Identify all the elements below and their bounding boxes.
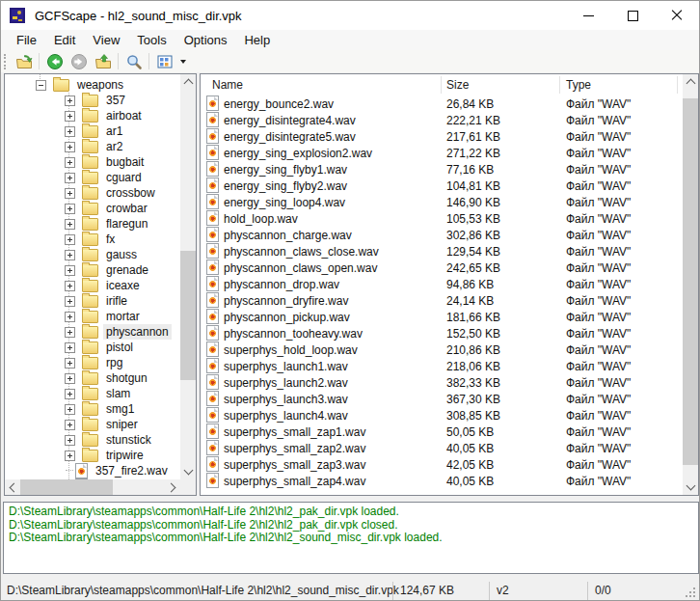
menu-item-options[interactable]: Options [175, 31, 236, 49]
file-name[interactable]: physcannon_claws_open.wav [224, 261, 377, 275]
column-divider[interactable] [441, 76, 442, 94]
expand-expander-icon[interactable] [65, 404, 75, 415]
menu-item-help[interactable]: Help [235, 31, 279, 49]
file-name[interactable]: energy_disintegrate4.wav [224, 114, 356, 127]
scroll-up-button[interactable] [180, 74, 196, 90]
tree-item-folder[interactable]: crossbow [5, 185, 180, 201]
file-name[interactable]: physcannon_charge.wav [224, 229, 352, 242]
menu-item-tools[interactable]: Tools [128, 31, 175, 49]
file-list-row[interactable]: physcannon_charge.wav 302,86 KB Файл "WA… [201, 227, 683, 243]
tree-item-label[interactable]: ar1 [103, 123, 125, 139]
tree-item-label[interactable]: flaregun [103, 216, 150, 232]
file-name[interactable]: superphys_small_zap3.wav [224, 458, 365, 472]
menu-item-edit[interactable]: Edit [45, 31, 84, 49]
file-name[interactable]: physcannon_dryfire.wav [224, 294, 348, 308]
tree-item-label[interactable]: 357_fire2.wav [93, 463, 171, 478]
tree-item-folder[interactable]: fx [5, 232, 180, 247]
tree-item-folder[interactable]: airboat [5, 108, 180, 123]
tree-item-folder[interactable]: flaregun [5, 216, 180, 232]
file-list-row[interactable]: physcannon_pickup.wav 181,66 KB Файл "WA… [201, 309, 683, 325]
file-list-row[interactable]: energy_sing_explosion2.wav 271,22 KB Фай… [201, 145, 683, 161]
tree-item-label[interactable]: bugbait [103, 154, 147, 170]
tree-item-folder[interactable]: mortar [5, 309, 180, 324]
file-list-row[interactable]: superphys_small_zap4.wav 40,05 KB Файл "… [201, 473, 683, 489]
file-name[interactable]: energy_sing_flyby2.wav [224, 179, 347, 193]
tree-item-label[interactable]: iceaxe [103, 278, 143, 293]
views-button[interactable] [152, 51, 176, 72]
tree-item-label[interactable]: cguard [103, 170, 145, 185]
scroll-left-button[interactable] [5, 479, 20, 495]
column-divider[interactable] [559, 76, 560, 94]
expand-expander-icon[interactable] [65, 142, 75, 152]
file-list-row[interactable]: physcannon_claws_close.wav 129,54 KB Фай… [201, 243, 683, 260]
tree-item-folder[interactable]: grenade [5, 262, 180, 278]
expand-expander-icon[interactable] [65, 234, 75, 245]
tree-item-folder[interactable]: ar2 [5, 139, 180, 154]
tree-item-folder[interactable]: bugbait [5, 154, 180, 170]
tree-item-label[interactable]: pistol [103, 340, 136, 355]
tree-item-root[interactable]: weapons [5, 77, 180, 93]
expand-expander-icon[interactable] [65, 204, 75, 214]
expand-expander-icon[interactable] [65, 296, 75, 307]
tree-item-folder[interactable]: crowbar [5, 201, 180, 216]
expand-expander-icon[interactable] [65, 219, 75, 230]
tree-item-label[interactable]: weapons [74, 77, 126, 93]
file-list-row[interactable]: physcannon_claws_open.wav 242,65 KB Файл… [201, 260, 683, 276]
file-name[interactable]: energy_bounce2.wav [224, 97, 334, 111]
tree-item-folder[interactable]: 357 [5, 93, 180, 108]
expand-expander-icon[interactable] [65, 111, 75, 122]
expand-expander-icon[interactable] [65, 327, 75, 338]
tree-item-folder[interactable]: rpg [5, 355, 180, 370]
expand-expander-icon[interactable] [65, 373, 75, 384]
tree-item-folder[interactable]: smg1 [5, 401, 180, 417]
expand-expander-icon[interactable] [65, 173, 75, 183]
tree-item-file[interactable]: 357_fire2.wav [5, 463, 180, 478]
tree-item-label[interactable]: sniper [103, 417, 141, 432]
minimize-button[interactable] [566, 1, 610, 30]
maximize-button[interactable] [610, 1, 655, 30]
forward-button[interactable] [67, 51, 91, 72]
column-header-name[interactable]: Name [212, 78, 243, 92]
file-name[interactable]: superphys_launch4.wav [224, 409, 348, 423]
tree-hscroll-thumb[interactable] [20, 479, 113, 495]
file-list-row[interactable]: energy_sing_flyby2.wav 104,81 KB Файл "W… [201, 178, 683, 194]
expand-expander-icon[interactable] [65, 157, 75, 168]
file-list-row[interactable]: energy_disintegrate5.wav 217,61 KB Файл … [201, 128, 683, 145]
open-archive-button[interactable] [12, 51, 36, 72]
list-vscroll-thumb[interactable] [683, 98, 698, 465]
tree-item-label[interactable]: irifle [103, 293, 130, 309]
tree-vscroll-thumb[interactable] [180, 251, 196, 380]
tree-item-label[interactable]: physcannon [103, 324, 172, 340]
file-name[interactable]: superphys_launch3.wav [224, 393, 348, 406]
file-list-row[interactable]: physcannon_drop.wav 94,86 KB Файл "WAV" [201, 276, 683, 292]
file-name[interactable]: hold_loop.wav [224, 212, 298, 226]
expand-expander-icon[interactable] [65, 312, 75, 322]
tree-item-folder[interactable]: iceaxe [5, 278, 180, 293]
expand-expander-icon[interactable] [65, 435, 75, 446]
tree-item-label[interactable]: ar2 [103, 139, 125, 154]
up-folder-button[interactable] [91, 51, 115, 72]
file-name[interactable]: superphys_small_zap4.wav [224, 475, 365, 488]
file-name[interactable]: energy_sing_flyby1.wav [224, 163, 347, 177]
tree-item-folder[interactable]: pistol [5, 340, 180, 355]
tree-item-label[interactable]: grenade [103, 262, 151, 278]
tree-item-label[interactable]: fx [103, 232, 118, 247]
tree-item-label[interactable]: mortar [103, 309, 143, 324]
tree-item-folder[interactable]: gauss [5, 247, 180, 262]
file-name[interactable]: superphys_launch2.wav [224, 376, 348, 390]
column-header-type[interactable]: Type [566, 78, 591, 92]
column-divider[interactable] [677, 76, 678, 94]
scroll-down-button[interactable] [683, 479, 698, 495]
tree-item-label[interactable]: tripwire [103, 448, 147, 463]
file-name[interactable]: superphys_launch1.wav [224, 360, 348, 373]
expand-expander-icon[interactable] [65, 265, 75, 276]
file-list-row[interactable]: energy_bounce2.wav 26,84 KB Файл "WAV" [201, 96, 683, 112]
file-name[interactable]: physcannon_claws_close.wav [224, 245, 379, 259]
back-button[interactable] [42, 51, 67, 72]
menu-item-view[interactable]: View [84, 31, 128, 49]
tree-item-folder[interactable]: ar1 [5, 123, 180, 139]
file-list-row[interactable]: physcannon_tooheavy.wav 152,50 KB Файл "… [201, 325, 683, 341]
expand-expander-icon[interactable] [65, 420, 75, 430]
menu-item-file[interactable]: File [8, 31, 45, 49]
expand-expander-icon[interactable] [65, 250, 75, 260]
